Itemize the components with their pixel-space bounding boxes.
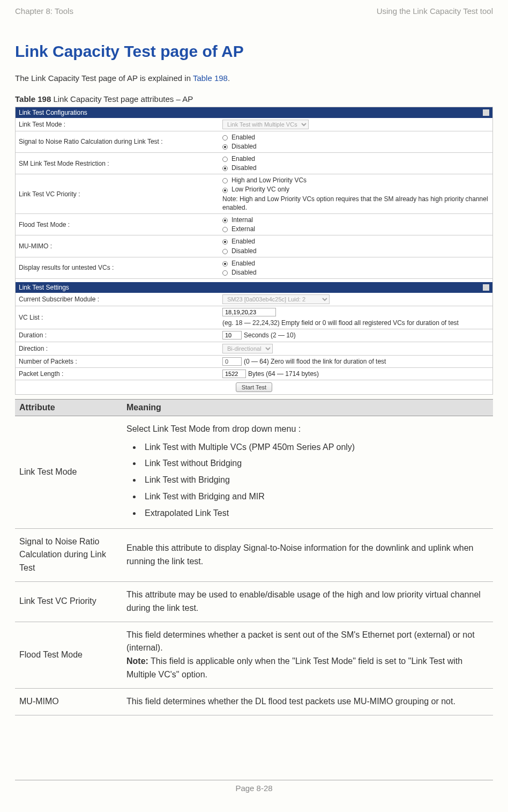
row-direction: Direction : Bi-directional — [16, 342, 492, 356]
row-vc-priority: Link Test VC Priority : High and Low Pri… — [16, 174, 492, 214]
radio-flood-internal[interactable]: Internal — [222, 216, 489, 224]
radio-mumimo-enabled[interactable]: Enabled — [222, 237, 489, 246]
panel-link-test-config-header: Link Test Configurations — [16, 107, 492, 118]
label-sm-restriction: SM Link Test Mode Restriction : — [16, 158, 219, 169]
input-duration[interactable] — [222, 331, 242, 339]
radio-display-disabled[interactable]: Disabled — [222, 268, 489, 277]
table-row: Flood Test Mode This field determines wh… — [15, 622, 493, 688]
radio-smrestrict-disabled[interactable]: Disabled — [222, 164, 489, 172]
label-display-untested: Display results for untested VCs : — [16, 262, 219, 273]
screenshot-figure: Link Test Configurations Link Test Mode … — [15, 107, 493, 395]
input-vc-list[interactable] — [222, 308, 276, 316]
row-display-untested: Display results for untested VCs : Enabl… — [16, 257, 492, 279]
intro-post: . — [228, 73, 230, 83]
header-right: Using the Link Capacity Test tool — [377, 6, 493, 16]
radio-icon — [222, 227, 228, 232]
meaning-snr: Enable this attribute to display Signal-… — [122, 528, 493, 581]
hint-vc-list: (eg. 18 — 22,24,32) Empty field or 0 wil… — [222, 319, 459, 327]
radio-vc-highlow[interactable]: High and Low Priority VCs — [222, 176, 489, 184]
row-packet-length: Packet Length : Bytes (64 — 1714 bytes) — [16, 368, 492, 380]
vc-priority-note: Note: High and Low Priority VCs option r… — [222, 195, 489, 212]
radio-display-enabled[interactable]: Enabled — [222, 259, 489, 268]
radio-icon — [222, 249, 228, 254]
hint-duration: Seconds (2 — 10) — [244, 331, 296, 339]
table-row: Link Test Mode Select Link Test Mode fro… — [15, 416, 493, 528]
attr-link-test-mode: Link Test Mode — [15, 416, 122, 528]
table-caption: Table 198 Link Capacity Test page attrib… — [15, 94, 493, 104]
meaning-link-test-mode: Select Link Test Mode from drop down men… — [122, 416, 493, 528]
caption-rest: Link Capacity Test page attributes – AP — [51, 94, 193, 104]
select-link-test-mode[interactable]: Link Test with Multiple VCs — [222, 120, 309, 129]
attr-flood-mode: Flood Test Mode — [15, 622, 122, 688]
note-label: Note: — [126, 656, 148, 666]
list-item: Link Test without Bridging — [141, 455, 489, 472]
radio-vc-low[interactable]: Low Priority VC only — [222, 185, 489, 194]
radio-icon — [222, 135, 228, 141]
label-num-packets: Number of Packets : — [16, 356, 219, 367]
label-vc-list: VC List : — [16, 312, 219, 323]
label-snr-calc: Signal to Noise Ratio Calculation during… — [16, 136, 219, 147]
row-link-test-mode: Link Test Mode : Link Test with Multiple… — [16, 118, 492, 131]
row-sm-restriction: SM Link Test Mode Restriction : Enabled … — [16, 153, 492, 174]
bullet-list: Link Test with Multiple VCs (PMP 450m Se… — [126, 439, 489, 522]
collapse-icon[interactable] — [483, 284, 489, 291]
list-item: Link Test with Bridging — [141, 472, 489, 489]
row-mumimo: MU-MIMO : Enabled Disabled — [16, 235, 492, 257]
label-duration: Duration : — [16, 330, 219, 341]
panel2-title: Link Test Settings — [19, 284, 69, 291]
input-packet-length[interactable] — [222, 370, 246, 378]
page-footer: Page 8-28 — [15, 780, 493, 793]
meaning-vc-priority: This attribute may be used to enable/dis… — [122, 582, 493, 622]
radio-snr-disabled[interactable]: Disabled — [222, 142, 489, 151]
input-num-packets[interactable] — [222, 357, 242, 366]
row-duration: Duration : Seconds (2 — 10) — [16, 329, 492, 342]
radio-smrestrict-enabled[interactable]: Enabled — [222, 154, 489, 163]
page-header: Chapter 8: Tools Using the Link Capacity… — [15, 6, 493, 16]
collapse-icon[interactable] — [483, 109, 489, 116]
radio-icon — [222, 166, 228, 171]
radio-icon — [222, 239, 228, 245]
label-flood-mode: Flood Test Mode : — [16, 219, 219, 230]
panel-link-test-settings-header: Link Test Settings — [16, 282, 492, 293]
radio-snr-enabled[interactable]: Enabled — [222, 133, 489, 142]
label-direction: Direction : — [16, 343, 219, 354]
hint-packet-length: Bytes (64 — 1714 bytes) — [248, 370, 319, 378]
row-start-test: Start Test — [16, 380, 492, 394]
radio-icon — [222, 270, 228, 276]
row-num-packets: Number of Packets : (0 — 64) Zero will f… — [16, 356, 492, 368]
header-left: Chapter 8: Tools — [15, 6, 73, 16]
intro-pre: The Link Capacity Test page of AP is exp… — [15, 73, 193, 83]
radio-icon — [222, 218, 228, 223]
start-test-button[interactable]: Start Test — [236, 382, 272, 392]
label-current-sm: Current Subscriber Module : — [16, 294, 219, 305]
caption-bold: Table 198 — [15, 94, 51, 104]
radio-mumimo-disabled[interactable]: Disabled — [222, 247, 489, 255]
hint-num-packets: (0 — 64) Zero will flood the link for du… — [244, 357, 386, 366]
attr-vc-priority: Link Test VC Priority — [15, 582, 122, 622]
row-vc-list: VC List : (eg. 18 — 22,24,32) Empty fiel… — [16, 306, 492, 329]
select-current-sm[interactable]: SM23 [0a003eb4c25c] Luid: 2 — [222, 294, 330, 304]
list-item: Link Test with Multiple VCs (PMP 450m Se… — [141, 439, 489, 456]
col-attribute: Attribute — [15, 399, 122, 416]
label-vc-priority: Link Test VC Priority : — [16, 189, 219, 200]
table-row: MU-MIMO This field determines whether th… — [15, 688, 493, 715]
row-flood-mode: Flood Test Mode : Internal External — [16, 214, 492, 235]
radio-flood-external[interactable]: External — [222, 225, 489, 233]
radio-icon — [222, 157, 228, 162]
table-ref-link[interactable]: Table 198 — [193, 73, 228, 83]
radio-icon — [222, 261, 228, 267]
list-item: Extrapolated Link Test — [141, 505, 489, 522]
meaning-mumimo: This field determines whether the DL flo… — [122, 688, 493, 715]
table-row: Link Test VC Priority This attribute may… — [15, 582, 493, 622]
attr-mumimo: MU-MIMO — [15, 688, 122, 715]
intro-text: The Link Capacity Test page of AP is exp… — [15, 72, 493, 85]
attr-snr: Signal to Noise Ratio Calculation during… — [15, 528, 122, 581]
label-mumimo: MU-MIMO : — [16, 241, 219, 252]
select-direction[interactable]: Bi-directional — [222, 344, 273, 353]
label-link-test-mode: Link Test Mode : — [16, 119, 219, 130]
attribute-table: Attribute Meaning Link Test Mode Select … — [15, 399, 493, 715]
radio-icon — [222, 178, 228, 183]
panel1-title: Link Test Configurations — [19, 109, 87, 116]
page-number: Page 8-28 — [235, 784, 272, 793]
table-row: Signal to Noise Ratio Calculation during… — [15, 528, 493, 581]
